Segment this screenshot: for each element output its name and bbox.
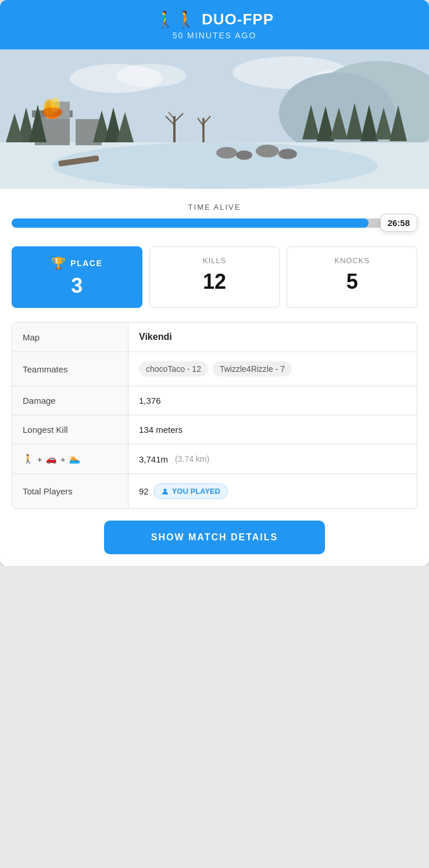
- map-row: Map Vikendi: [12, 322, 417, 352]
- longest-kill-value: 134 meters: [128, 415, 417, 444]
- match-header: 🚶‍♂️🚶 DUO-FPP 50 MINUTES AGO: [0, 0, 429, 49]
- teammate1-tag: chocoTaco - 12: [139, 361, 208, 376]
- content-area: TIME ALIVE 26:58 🏆 PLACE 3 KILLS 12 KNOC…: [0, 189, 429, 566]
- longest-kill-key: Longest Kill: [12, 415, 128, 444]
- knocks-value: 5: [294, 270, 410, 294]
- time-alive-label: TIME ALIVE: [12, 203, 417, 211]
- time-alive-value: 26:58: [380, 214, 417, 232]
- plus1: +: [37, 454, 42, 464]
- svg-point-6: [279, 73, 395, 154]
- kills-box: KILLS 12: [149, 246, 280, 308]
- svg-point-16: [42, 107, 63, 117]
- duo-icon: 🚶‍♂️🚶: [155, 12, 196, 28]
- progress-fill: [12, 218, 369, 228]
- total-players-value: 92 YOU PLAYED: [128, 474, 417, 508]
- match-time-ago: 50 MINUTES AGO: [12, 31, 417, 40]
- map-key: Map: [12, 322, 128, 351]
- teammates-row: Teammates chocoTaco - 12 Twizzle4Rizzle …: [12, 352, 417, 386]
- distance-value: 3,741m (3.74 km): [128, 444, 417, 474]
- match-card: 🚶‍♂️🚶 DUO-FPP 50 MINUTES AGO: [0, 0, 429, 566]
- svg-point-37: [216, 147, 237, 159]
- map-value: Vikendi: [128, 322, 417, 351]
- distance-meters: 3,741m: [139, 454, 168, 464]
- match-mode: DUO-FPP: [202, 10, 274, 28]
- place-box: 🏆 PLACE 3: [12, 246, 142, 308]
- svg-point-42: [163, 489, 166, 492]
- total-players-row: Total Players 92 YOU PLAYED: [12, 474, 417, 508]
- knocks-label: KNOCKS: [294, 256, 410, 265]
- svg-point-8: [52, 142, 378, 189]
- details-table: Map Vikendi Teammates chocoTaco - 12 Twi…: [12, 322, 417, 509]
- distance-row: 🚶 + 🚗 + 🏊 3,741m (3.74 km): [12, 444, 417, 474]
- knocks-box: KNOCKS 5: [287, 246, 417, 308]
- damage-key: Damage: [12, 386, 128, 415]
- teammates-key: Teammates: [12, 352, 128, 386]
- map-image: [0, 49, 429, 189]
- players-count: 92: [139, 486, 149, 496]
- you-played-label: YOU PLAYED: [172, 487, 220, 496]
- damage-row: Damage 1,376: [12, 386, 417, 415]
- distance-km: (3.74 km): [175, 454, 209, 464]
- teammate2-tag: Twizzle4Rizzle - 7: [213, 361, 292, 376]
- car-icon: 🚗: [46, 454, 57, 464]
- distance-key: 🚶 + 🚗 + 🏊: [12, 444, 128, 474]
- trophy-icon: 🏆: [51, 256, 66, 270]
- svg-point-39: [256, 145, 279, 157]
- time-alive-bar: 26:58: [12, 218, 417, 228]
- total-players-key: Total Players: [12, 474, 128, 508]
- walk-icon: 🚶: [23, 454, 34, 464]
- person-icon: [161, 487, 169, 496]
- damage-value: 1,376: [128, 386, 417, 415]
- swim-icon: 🏊: [69, 454, 80, 464]
- show-match-button[interactable]: SHOW MATCH DETAILS: [104, 521, 325, 554]
- kills-value: 12: [157, 270, 273, 294]
- place-value: 3: [19, 274, 135, 298]
- stats-row: 🏆 PLACE 3 KILLS 12 KNOCKS 5: [12, 246, 417, 308]
- svg-point-2: [116, 64, 186, 87]
- place-label: PLACE: [70, 259, 102, 268]
- plus2: +: [60, 454, 66, 464]
- kills-label: KILLS: [157, 256, 273, 265]
- longest-kill-row: Longest Kill 134 meters: [12, 415, 417, 444]
- svg-point-40: [278, 149, 297, 159]
- svg-point-38: [236, 150, 252, 160]
- teammates-value: chocoTaco - 12 Twizzle4Rizzle - 7: [128, 352, 417, 386]
- you-played-badge: YOU PLAYED: [153, 483, 228, 499]
